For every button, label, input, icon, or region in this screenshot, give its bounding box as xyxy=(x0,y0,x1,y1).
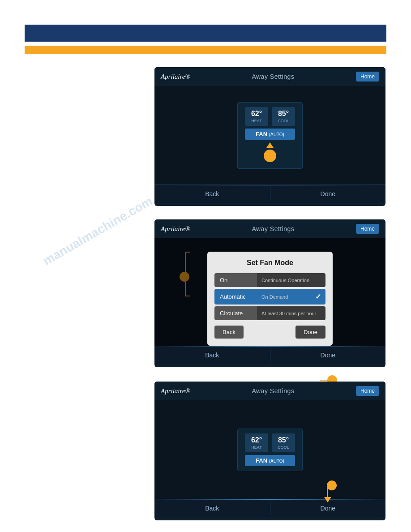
screen1-cool-label: COOL xyxy=(276,119,291,123)
screen1-header: Aprilaire® Away Settings Home xyxy=(154,67,385,86)
screen3-fan-label: FAN xyxy=(256,457,267,464)
fan-option-circulate[interactable]: Circulate At least 30 mins per hour xyxy=(214,306,325,320)
modal-footer: Back Done xyxy=(214,326,325,339)
screen3-home-button[interactable]: Home xyxy=(356,386,379,396)
annotation-circle-screen3 xyxy=(327,481,337,490)
fan-option-circulate-label: Circulate xyxy=(214,306,257,320)
screen3-cool-temp: 85° xyxy=(278,436,289,444)
screen1-body: 62° HEAT 85° COOL FAN (AUTO) xyxy=(154,86,385,184)
fan-option-on-label: On xyxy=(214,273,257,287)
screen3-fan-box[interactable]: FAN (AUTO) xyxy=(245,455,295,466)
screen2-back-button[interactable]: Back xyxy=(154,346,270,364)
aprilaire-logo-3: Aprilaire® xyxy=(161,387,190,395)
screen1-arrow-up xyxy=(266,142,274,148)
annotation-arrow-screen3 xyxy=(324,497,331,502)
fan-option-circulate-desc: At least 30 mins per hour xyxy=(257,306,325,320)
fan-option-on[interactable]: On Continuous Operation xyxy=(214,273,325,287)
screen3-back-button[interactable]: Back xyxy=(154,499,270,517)
screen1-heat-box[interactable]: 62° HEAT xyxy=(245,107,268,126)
screen1-back-button[interactable]: Back xyxy=(154,185,270,203)
screen2-header: Aprilaire® Away Settings Home xyxy=(154,219,385,238)
modal-title: Set Fan Mode xyxy=(214,259,325,267)
screen1-temp-row: 62° HEAT 85° COOL xyxy=(245,107,295,126)
screen3-footer: Back Done xyxy=(154,499,385,517)
screen2-modal-overlay: Set Fan Mode On Continuous Operation Aut… xyxy=(154,238,385,346)
screen3-heat-box[interactable]: 62° HEAT xyxy=(245,433,268,452)
screen1-cool-box[interactable]: 85° COOL xyxy=(272,107,295,126)
annotation-line-done xyxy=(320,380,329,381)
screen1-heat-temp: 62° xyxy=(251,110,262,117)
aprilaire-logo-2: Aprilaire® xyxy=(161,225,190,233)
screen1-fan-box[interactable]: FAN (AUTO) xyxy=(245,129,295,140)
fan-option-automatic[interactable]: Automatic On Demand ✓ xyxy=(214,289,325,305)
screen3-temp-row: 62° HEAT 85° COOL xyxy=(245,433,295,452)
screen3-title: Away Settings xyxy=(252,387,294,395)
screen1-temp-card: 62° HEAT 85° COOL FAN (AUTO) xyxy=(237,102,303,169)
fan-option-automatic-desc: On Demand ✓ xyxy=(257,289,325,305)
screen3-header: Aprilaire® Away Settings Home xyxy=(154,382,385,400)
screen3-temp-card: 62° HEAT 85° COOL FAN (AUTO) xyxy=(237,429,303,471)
screen1-title: Away Settings xyxy=(252,73,294,80)
fan-mode-modal: Set Fan Mode On Continuous Operation Aut… xyxy=(207,252,333,346)
screen1-fan-label: FAN xyxy=(256,131,267,137)
aprilaire-logo-1: Aprilaire® xyxy=(161,73,190,81)
orange-header-bar xyxy=(25,46,386,54)
screen-panel-3: Aprilaire® Away Settings Home 62° HEAT 8… xyxy=(154,382,385,520)
screen-panel-1: Aprilaire® Away Settings Home 62° HEAT 8… xyxy=(154,67,385,206)
screen2-footer: Back Done xyxy=(154,346,385,364)
screen1-done-button[interactable]: Done xyxy=(270,185,386,203)
modal-back-button[interactable]: Back xyxy=(214,326,244,339)
screen1-heat-label: HEAT xyxy=(249,119,264,123)
screen3-body: 62° HEAT 85° COOL FAN (AUTO) xyxy=(154,400,385,499)
screen3-heat-temp: 62° xyxy=(251,436,262,444)
annotation-line-screen3 xyxy=(327,485,328,498)
screen2-done-footer-button[interactable]: Done xyxy=(270,346,386,364)
screen2-home-button[interactable]: Home xyxy=(356,224,379,234)
fan-option-automatic-label: Automatic xyxy=(214,289,257,305)
screen1-fan-mode: (AUTO) xyxy=(269,132,284,137)
check-icon: ✓ xyxy=(315,292,321,301)
watermark: manualmachine.com xyxy=(41,194,155,268)
screen2-body: Set Fan Mode On Continuous Operation Aut… xyxy=(154,238,385,346)
screen3-heat-label: HEAT xyxy=(249,445,264,450)
screen1-home-button[interactable]: Home xyxy=(356,72,379,82)
fan-option-on-desc: Continuous Operation xyxy=(257,273,325,287)
screen2-title: Away Settings xyxy=(252,225,294,232)
modal-done-button[interactable]: Done xyxy=(295,326,325,339)
screen1-cool-temp: 85° xyxy=(278,110,289,117)
screen3-cool-box[interactable]: 85° COOL xyxy=(272,433,295,452)
screen1-circle xyxy=(264,150,276,162)
blue-header-bar xyxy=(25,25,386,42)
screen-panel-2: Aprilaire® Away Settings Home Set Fan Mo… xyxy=(154,219,385,367)
screen1-footer: Back Done xyxy=(154,184,385,203)
screen3-fan-mode: (AUTO) xyxy=(269,459,284,463)
screen3-cool-label: COOL xyxy=(276,445,291,450)
